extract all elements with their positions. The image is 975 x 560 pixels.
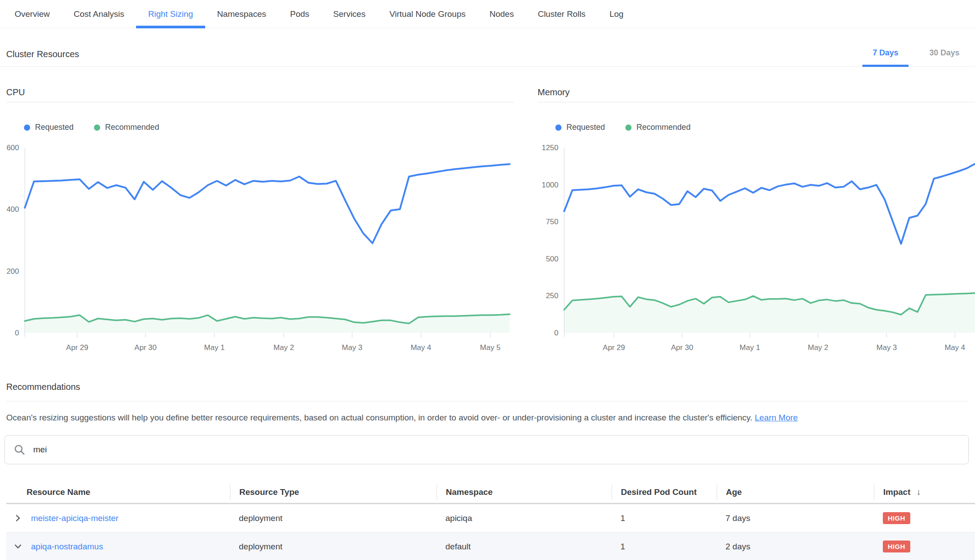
- tab-cluster-rolls[interactable]: Cluster Rolls: [526, 0, 597, 28]
- svg-text:250: 250: [546, 292, 558, 300]
- sort-desc-icon: ↓: [916, 487, 921, 497]
- namespace-cell: default: [437, 542, 612, 552]
- svg-text:0: 0: [15, 329, 19, 337]
- period-toggle: 7 Days30 Days: [857, 39, 975, 66]
- impact-badge: HIGH: [883, 512, 910, 524]
- svg-text:May 4: May 4: [944, 343, 965, 352]
- recommendations-description: Ocean's resizing suggestions will help y…: [6, 412, 969, 424]
- svg-text:1250: 1250: [542, 144, 558, 152]
- svg-text:1000: 1000: [542, 181, 558, 189]
- svg-text:400: 400: [7, 205, 19, 214]
- resource-name-link[interactable]: meister-apiciqa-meister: [31, 513, 118, 523]
- desired-pod-count-cell: 1: [612, 513, 717, 523]
- column-header-impact[interactable]: Impact↓: [874, 485, 969, 500]
- cpu-chart: 6004002000Apr 29Apr 30May 1May 2May 3May…: [6, 136, 514, 354]
- period-7-days[interactable]: 7 Days: [857, 39, 914, 66]
- search-input[interactable]: [32, 444, 959, 455]
- legend-dot-requested: [555, 124, 562, 131]
- svg-text:May 2: May 2: [808, 343, 828, 352]
- resource-name-cell: meister-apiciqa-meister: [6, 513, 230, 524]
- namespace-cell: apiciqa: [437, 513, 612, 523]
- svg-text:Apr 30: Apr 30: [671, 343, 693, 352]
- desired-pod-count-cell: 1: [612, 542, 717, 552]
- recommendations-table: Resource NameResource TypeNamespaceDesir…: [6, 481, 975, 560]
- svg-text:Apr 29: Apr 29: [66, 343, 88, 352]
- column-header-label: Resource Type: [239, 487, 299, 497]
- column-header-label: Age: [726, 487, 742, 497]
- tab-pods[interactable]: Pods: [278, 0, 321, 28]
- legend-item-requested: Requested: [555, 123, 605, 132]
- svg-text:May 3: May 3: [342, 343, 362, 352]
- memory-chart-legend: RequestedRecommended: [555, 123, 975, 132]
- svg-text:Apr 30: Apr 30: [134, 343, 156, 352]
- tab-cost-analysis[interactable]: Cost Analysis: [62, 0, 136, 28]
- impact-badge: HIGH: [883, 541, 910, 552]
- cluster-resources-header: Cluster Resources 7 Days30 Days: [0, 28, 975, 67]
- svg-text:0: 0: [554, 329, 558, 337]
- legend-item-recommended: Recommended: [94, 123, 159, 132]
- expand-row-chevron-right-icon[interactable]: [12, 513, 23, 524]
- legend-dot-recommended: [625, 124, 632, 131]
- top-tab-bar: OverviewCost AnalysisRight SizingNamespa…: [0, 0, 975, 28]
- collapse-row-chevron-down-icon[interactable]: [12, 541, 23, 552]
- impact-cell: HIGH: [874, 512, 969, 524]
- column-header-age[interactable]: Age: [717, 485, 874, 500]
- age-cell: 2 days: [717, 542, 874, 552]
- table-row[interactable]: apiqa-nostradamusdeploymentdefault12 day…: [6, 533, 975, 560]
- cpu-chart-title: CPU: [6, 87, 514, 102]
- recommendations-title: Recommendations: [6, 382, 969, 401]
- svg-text:750: 750: [546, 218, 558, 226]
- svg-text:500: 500: [546, 255, 558, 263]
- legend-item-recommended: Recommended: [625, 123, 690, 132]
- period-30-days[interactable]: 30 Days: [914, 39, 975, 66]
- column-header-label: Namespace: [446, 487, 493, 497]
- search-icon: [14, 444, 25, 455]
- legend-item-requested: Requested: [24, 123, 74, 132]
- search-box[interactable]: [4, 435, 969, 464]
- memory-chart-title: Memory: [538, 87, 975, 102]
- recommendations-description-text: Ocean's resizing suggestions will help y…: [6, 413, 753, 422]
- cpu-chart-legend: RequestedRecommended: [24, 123, 514, 132]
- column-header-resource-type[interactable]: Resource Type: [230, 485, 437, 500]
- tab-right-sizing[interactable]: Right Sizing: [136, 0, 205, 28]
- resource-name-cell: apiqa-nostradamus: [6, 541, 230, 552]
- svg-text:May 1: May 1: [740, 343, 760, 352]
- legend-label: Recommended: [105, 123, 159, 132]
- tab-virtual-node-groups[interactable]: Virtual Node Groups: [378, 0, 478, 28]
- column-header-label: Impact: [883, 487, 910, 497]
- tab-log[interactable]: Log: [597, 0, 636, 28]
- learn-more-link[interactable]: Learn More: [755, 413, 798, 422]
- table-row[interactable]: meister-apiciqa-meisterdeploymentapiciqa…: [6, 504, 975, 533]
- impact-cell: HIGH: [874, 541, 969, 552]
- svg-text:600: 600: [7, 144, 19, 152]
- memory-chart-panel: Memory RequestedRecommended 125010007505…: [538, 87, 975, 354]
- resource-type-cell: deployment: [230, 513, 437, 523]
- legend-label: Recommended: [636, 123, 690, 132]
- legend-label: Requested: [35, 123, 74, 132]
- svg-text:May 2: May 2: [273, 343, 294, 352]
- legend-dot-recommended: [94, 124, 100, 131]
- tab-nodes[interactable]: Nodes: [478, 0, 526, 28]
- column-header-namespace[interactable]: Namespace: [437, 485, 612, 500]
- legend-label: Requested: [566, 123, 605, 132]
- resource-type-cell: deployment: [230, 542, 437, 552]
- charts-row: CPU RequestedRecommended 6004002000Apr 2…: [6, 87, 975, 354]
- svg-text:May 4: May 4: [411, 343, 431, 352]
- cpu-chart-panel: CPU RequestedRecommended 6004002000Apr 2…: [6, 87, 514, 354]
- svg-text:200: 200: [7, 267, 19, 276]
- tab-namespaces[interactable]: Namespaces: [205, 0, 278, 28]
- resource-name-link[interactable]: apiqa-nostradamus: [31, 542, 103, 552]
- tab-services[interactable]: Services: [321, 0, 378, 28]
- column-header-resource-name[interactable]: Resource Name: [6, 485, 230, 500]
- tab-overview[interactable]: Overview: [3, 0, 62, 28]
- column-header-label: Desired Pod Count: [621, 487, 697, 497]
- legend-dot-requested: [24, 124, 30, 131]
- svg-text:Apr 29: Apr 29: [603, 343, 625, 352]
- recommendations-section: Recommendations Ocean's resizing suggest…: [6, 382, 969, 424]
- column-header-desired-pod-count[interactable]: Desired Pod Count: [612, 485, 717, 500]
- svg-text:May 3: May 3: [877, 343, 897, 352]
- column-header-label: Resource Name: [27, 487, 90, 497]
- section-title: Cluster Resources: [6, 49, 79, 59]
- table-body: meister-apiciqa-meisterdeploymentapiciqa…: [6, 504, 975, 560]
- table-header-row: Resource NameResource TypeNamespaceDesir…: [6, 481, 975, 504]
